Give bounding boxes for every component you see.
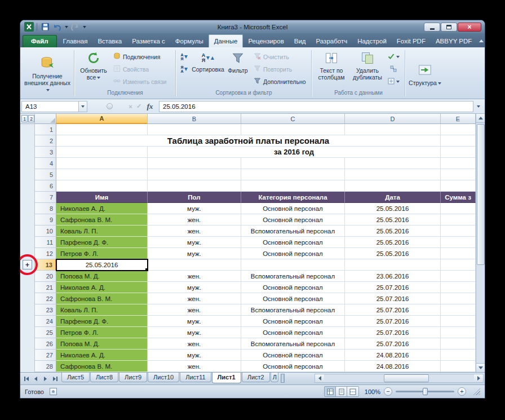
redo-icon[interactable] bbox=[70, 22, 80, 32]
cell[interactable] bbox=[441, 304, 476, 316]
column-header-D[interactable]: D bbox=[345, 114, 441, 124]
cell-category[interactable]: Основной персонал bbox=[241, 327, 345, 338]
ribbon-tab[interactable]: Foxit PDF bbox=[392, 35, 431, 47]
outline-button[interactable]: Структура bbox=[407, 60, 442, 86]
name-box-dropdown[interactable] bbox=[79, 101, 87, 112]
cancel-icon[interactable]: × bbox=[126, 103, 135, 110]
cell-category[interactable]: Вспомогательный персонал bbox=[241, 304, 345, 316]
cell-date[interactable]: 25.05.2016 bbox=[345, 237, 441, 248]
page-break-view-button[interactable] bbox=[347, 387, 358, 396]
row-header-26[interactable]: 26 bbox=[35, 338, 56, 350]
cell-name[interactable]: Парфенов Д. Ф. bbox=[56, 316, 148, 327]
outline-level-1-button[interactable]: 1 bbox=[21, 115, 28, 122]
cell-date[interactable]: 25.07.2016 bbox=[345, 304, 441, 316]
refresh-all-button[interactable]: Обновить все bbox=[77, 49, 110, 89]
cell-name[interactable]: Николаев А. Д. bbox=[56, 203, 148, 214]
cell-gender[interactable]: жен. bbox=[148, 361, 241, 372]
cell-category[interactable]: Основной персонал bbox=[241, 237, 345, 248]
excel-app-icon[interactable] bbox=[24, 22, 34, 32]
sheet-tab-Лист8[interactable]: Лист8 bbox=[90, 373, 118, 382]
zoom-slider-thumb[interactable] bbox=[423, 388, 428, 395]
horizontal-scroll-thumb[interactable] bbox=[384, 374, 429, 382]
scroll-left-button[interactable] bbox=[315, 374, 324, 382]
row-header-22[interactable]: 22 bbox=[35, 293, 56, 304]
expand-formula-bar-icon[interactable] bbox=[473, 101, 484, 112]
cell[interactable] bbox=[148, 169, 241, 180]
cell[interactable] bbox=[441, 124, 476, 135]
fill-handle[interactable] bbox=[145, 268, 148, 271]
cell-name[interactable]: Сафронова В. М. bbox=[56, 293, 148, 304]
sheet-tab-Л[interactable]: Л bbox=[271, 373, 278, 382]
row-header-1[interactable]: 1 bbox=[35, 124, 56, 135]
cell[interactable] bbox=[56, 124, 148, 135]
first-sheet-button[interactable] bbox=[21, 374, 31, 383]
cell-date[interactable]: 25.07.2016 bbox=[345, 338, 441, 350]
undo-dropdown-icon[interactable] bbox=[65, 26, 68, 28]
outline-level-2-button[interactable]: 2 bbox=[28, 115, 34, 122]
cell-gender[interactable]: муж. bbox=[148, 237, 241, 248]
ribbon-tab[interactable]: Формулы bbox=[170, 35, 209, 47]
cell[interactable] bbox=[56, 169, 148, 180]
cell[interactable] bbox=[441, 293, 476, 304]
active-cell-A13[interactable]: 25.05.2016 bbox=[56, 259, 148, 271]
sheet-tab-Лист11[interactable]: Лист11 bbox=[180, 373, 211, 382]
save-icon[interactable] bbox=[40, 22, 50, 32]
cell-name[interactable]: Попова М. Д. bbox=[56, 271, 148, 282]
cell-name[interactable]: Сафронова В. М. bbox=[56, 361, 148, 372]
zoom-out-button[interactable]: − bbox=[384, 387, 392, 396]
cell-date[interactable]: 24.08.2016 bbox=[345, 350, 441, 361]
cell[interactable] bbox=[441, 248, 476, 259]
cell[interactable] bbox=[441, 135, 476, 147]
cell-gender[interactable]: муж. bbox=[148, 203, 241, 214]
cell-gender[interactable]: муж. bbox=[148, 248, 241, 259]
cell-category[interactable]: Основной персонал bbox=[241, 282, 345, 293]
cell-gender[interactable]: жен. bbox=[148, 214, 241, 226]
sheet-tab-Лист1[interactable]: Лист1 bbox=[212, 373, 241, 383]
cell-category[interactable]: Основной персонал bbox=[241, 316, 345, 327]
edit-links-button[interactable]: Изменить связи bbox=[110, 76, 174, 87]
row-header-12[interactable]: 12 bbox=[35, 248, 56, 259]
cell-category[interactable]: Основной персонал bbox=[241, 248, 345, 259]
ribbon-tab[interactable]: Вставка bbox=[92, 35, 127, 47]
ribbon-tab[interactable]: Главная bbox=[58, 35, 93, 47]
sort-descending-button[interactable]: ЯА bbox=[178, 64, 190, 75]
cell[interactable] bbox=[441, 237, 476, 248]
row-header-24[interactable]: 24 bbox=[35, 316, 56, 327]
cell[interactable] bbox=[148, 124, 241, 135]
table-header-cell[interactable]: Категория персонала bbox=[241, 192, 345, 203]
minimize-ribbon-icon[interactable] bbox=[477, 37, 485, 45]
table-header-cell[interactable]: Сумма з bbox=[441, 192, 476, 203]
cell[interactable] bbox=[148, 259, 241, 271]
cell-category[interactable]: Основной персонал bbox=[241, 293, 345, 304]
cell-category[interactable]: Основной персонал bbox=[241, 203, 345, 214]
cell-date[interactable]: 25.07.2016 bbox=[345, 282, 441, 293]
cell-name[interactable]: Парфенов Д. Ф. bbox=[56, 237, 148, 248]
cell-date[interactable]: 25.05.2016 bbox=[345, 248, 441, 259]
vertical-scrollbar[interactable] bbox=[476, 114, 485, 372]
cell-gender[interactable]: муж. bbox=[148, 316, 241, 327]
cell-gender[interactable]: жен. bbox=[148, 271, 241, 282]
tab-splitter[interactable] bbox=[281, 374, 285, 383]
cell-gender[interactable]: муж. bbox=[148, 327, 241, 338]
cell[interactable] bbox=[441, 316, 476, 327]
cell-category[interactable]: Вспомогательный персонал bbox=[241, 338, 345, 350]
cell-gender[interactable]: муж. bbox=[148, 282, 241, 293]
cell-name[interactable]: Николаев А. Д. bbox=[56, 282, 148, 293]
cell-gender[interactable]: жен. bbox=[148, 226, 241, 237]
what-if-analysis-button[interactable] bbox=[386, 76, 401, 87]
sort-ascending-button[interactable]: АЯ bbox=[178, 51, 190, 63]
row-header-2[interactable]: 2 bbox=[35, 135, 56, 147]
column-header-A[interactable]: A bbox=[56, 114, 148, 124]
cell-date[interactable]: 25.05.2016 bbox=[345, 214, 441, 226]
cell[interactable] bbox=[441, 338, 476, 350]
ribbon-tab[interactable]: Надстрой bbox=[352, 35, 392, 47]
cell[interactable] bbox=[345, 180, 441, 192]
text-to-columns-button[interactable]: Текст по столбцам bbox=[314, 49, 349, 89]
cell-category[interactable]: Основной персонал bbox=[241, 214, 345, 226]
ribbon-tab[interactable]: Вид bbox=[289, 35, 311, 47]
zoom-in-button[interactable]: + bbox=[458, 387, 466, 396]
ribbon-tab[interactable]: Разработч bbox=[311, 35, 353, 47]
resize-grip[interactable] bbox=[473, 388, 480, 395]
formula-input[interactable]: 25.05.2016 bbox=[159, 101, 473, 112]
cell-name[interactable]: Петров Ф. Л. bbox=[56, 327, 148, 338]
